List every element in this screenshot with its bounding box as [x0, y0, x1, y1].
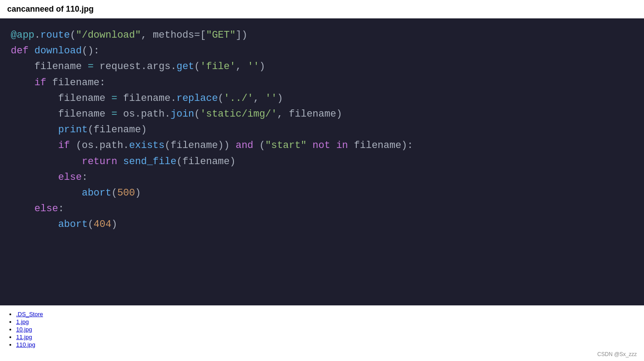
- file-link-1jpg[interactable]: 1.jpg: [16, 318, 29, 325]
- code-line-11: abort(500): [11, 185, 633, 201]
- code-line-13: abort(404): [11, 217, 633, 232]
- code-line-5: filename = filename.replace('../', ''): [11, 91, 633, 106]
- code-line-12: else:: [11, 201, 633, 217]
- file-link-11jpg[interactable]: 11.jpg: [16, 334, 32, 340]
- code-line-10: else:: [11, 170, 633, 185]
- code-line-7: print(filename): [11, 122, 633, 138]
- code-line-6: filename = os.path.join('static/img/', f…: [11, 106, 633, 122]
- list-item: 10.jpg: [16, 326, 637, 333]
- list-item: 1.jpg: [16, 318, 637, 325]
- code-line-4: if filename:: [11, 75, 633, 91]
- file-link-110jpg[interactable]: 110.jpg: [16, 341, 35, 348]
- page-title: cancanneed of 110.jpg: [0, 0, 644, 18]
- code-line-9: return send_file(filename): [11, 154, 633, 170]
- code-line-3: filename = request.args.get('file', ''): [11, 59, 633, 74]
- file-list: .DS_Store 1.jpg 10.jpg 11.jpg 110.jpg: [0, 305, 644, 353]
- file-link-ds-store[interactable]: .DS_Store: [16, 311, 43, 318]
- code-line-1: @app.route("/download", methods=["GET"]): [11, 27, 633, 43]
- list-item: 11.jpg: [16, 334, 637, 340]
- code-line-8: if (os.path.exists(filename)) and ("star…: [11, 138, 633, 153]
- file-link-10jpg[interactable]: 10.jpg: [16, 326, 32, 333]
- watermark: CSDN @Sx_zzz: [597, 351, 637, 357]
- list-item: .DS_Store: [16, 311, 637, 318]
- code-line-2: def download():: [11, 43, 633, 59]
- list-item: 110.jpg: [16, 341, 637, 348]
- code-block: @app.route("/download", methods=["GET"])…: [0, 18, 644, 305]
